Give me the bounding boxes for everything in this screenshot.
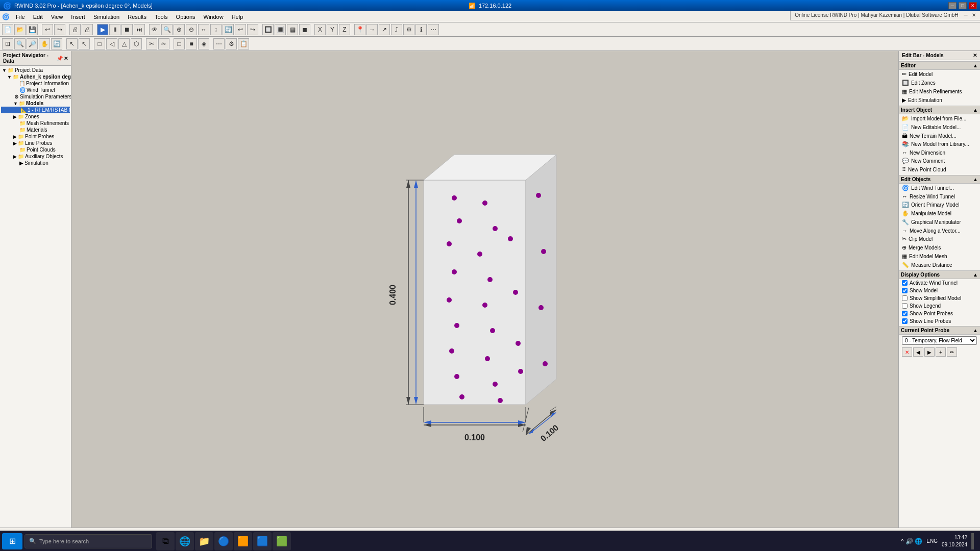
- tb-render3[interactable]: ▦: [287, 24, 298, 35]
- tb2-zoom-fit[interactable]: ⊡: [2, 38, 13, 49]
- tb2-render-solid[interactable]: ■: [186, 38, 197, 49]
- btn-new-comment[interactable]: 💬 New Comment: [899, 157, 980, 165]
- nav-pin-icon[interactable]: 📌: [57, 56, 63, 61]
- tb-new[interactable]: 📄: [2, 24, 13, 35]
- section-display-expand-icon[interactable]: ▲: [973, 272, 978, 278]
- tree-wind-tunnel[interactable]: 🌀 Wind Tunnel: [1, 87, 70, 93]
- tb2-clip1[interactable]: ✂: [146, 38, 157, 49]
- section-current-probe-expand-icon[interactable]: ▲: [973, 328, 978, 333]
- tb-redo[interactable]: ↪: [54, 24, 65, 35]
- tree-point-clouds[interactable]: 📁 Point Clouds: [1, 146, 70, 153]
- btn-new-dimension[interactable]: ↔ New Dimension: [899, 148, 980, 157]
- maximize-button[interactable]: □: [959, 2, 967, 9]
- tb-arrow2[interactable]: ↗: [379, 24, 390, 35]
- btn-new-library[interactable]: 📚 New Model from Library...: [899, 140, 980, 148]
- tb2-render-smooth[interactable]: ◈: [198, 38, 209, 49]
- tb2-select[interactable]: ↖: [66, 38, 78, 49]
- btn-edit-mesh[interactable]: ▦ Edit Mesh Refinements: [899, 87, 980, 96]
- tree-models[interactable]: ▼ 📁 Models: [1, 100, 70, 107]
- viewport[interactable]: 0.400 0.100 0.100: [71, 51, 898, 528]
- tb-print[interactable]: 🖨: [69, 24, 81, 35]
- tree-sim-params[interactable]: ⚙ Simulation Parameters: [1, 93, 70, 100]
- cb-show-legend[interactable]: [902, 303, 908, 309]
- tb-sim2[interactable]: ⏸: [109, 24, 120, 35]
- section-edit-objects-expand-icon[interactable]: ▲: [973, 177, 978, 182]
- start-button[interactable]: ⊞: [2, 533, 22, 549]
- tb2-rotate[interactable]: 🔄: [51, 38, 62, 49]
- tb-axis1[interactable]: X: [314, 24, 326, 35]
- tb-sim3[interactable]: ⏹: [121, 24, 133, 35]
- probe-selector[interactable]: 0 - Temporary, Flow Field: [902, 336, 977, 345]
- menu-help[interactable]: Help: [228, 13, 248, 21]
- tb-undo[interactable]: ↩: [42, 24, 53, 35]
- cb-show-line-probes[interactable]: [902, 318, 908, 324]
- btn-edit-zones[interactable]: 🔲 Edit Zones: [899, 79, 980, 87]
- btn-move-vector[interactable]: → Move Along a Vector...: [899, 227, 980, 235]
- taskbar-task-view[interactable]: ⧉: [156, 532, 175, 550]
- btn-new-point-cloud[interactable]: ⠿ New Point Cloud: [899, 165, 980, 174]
- tb2-view-side[interactable]: ◁: [106, 38, 117, 49]
- tree-mesh-ref[interactable]: 📁 Mesh Refinements: [1, 120, 70, 127]
- taskbar-edge[interactable]: 🌐: [176, 532, 194, 550]
- taskbar-chrome[interactable]: 🔵: [214, 532, 233, 550]
- menu-simulation[interactable]: Simulation: [89, 13, 124, 21]
- btn-edit-wind-tunnel[interactable]: 🌀 Edit Wind Tunnel...: [899, 184, 980, 192]
- tb-view3[interactable]: ⊕: [174, 24, 185, 35]
- menu-options[interactable]: Options: [172, 13, 200, 21]
- btn-measure-distance[interactable]: 📏 Measure Distance: [899, 261, 980, 269]
- tb2-view-top[interactable]: △: [118, 38, 130, 49]
- expand-zones[interactable]: ▶: [13, 114, 17, 119]
- tb2-view-front[interactable]: □: [94, 38, 105, 49]
- probe-btn-edit[interactable]: ✏: [947, 347, 957, 357]
- taskbar-app3[interactable]: 🟩: [273, 532, 291, 550]
- tb-render2[interactable]: 🔳: [275, 24, 286, 35]
- btn-new-editable-model[interactable]: 📄 New Editable Model...: [899, 123, 980, 132]
- taskbar-app2[interactable]: 🟦: [253, 532, 272, 550]
- tree-model-1[interactable]: 📐 1 - RFEM/RSTAB Mo: [1, 107, 70, 113]
- minimize-button[interactable]: ─: [948, 2, 957, 9]
- menu-insert[interactable]: Insert: [67, 13, 89, 21]
- tree-simulation[interactable]: ▶ Simulation: [1, 160, 70, 166]
- tree-achen[interactable]: ▼ 📁 Achen_k epsilon degree: [1, 73, 70, 80]
- tb-render4[interactable]: ◼: [299, 24, 310, 35]
- tb2-zoom-in[interactable]: 🔍: [14, 38, 26, 49]
- tb-open[interactable]: 📂: [14, 24, 26, 35]
- tree-line-probes[interactable]: ▶ 📁 Line Probes: [1, 140, 70, 146]
- tb-sim1[interactable]: ▶: [97, 24, 108, 35]
- tree-project-info[interactable]: 📋 Project Information: [1, 80, 70, 87]
- menu-view[interactable]: View: [47, 13, 67, 21]
- tb-view8[interactable]: ↩: [235, 24, 246, 35]
- expand-line-probes[interactable]: ▶: [13, 141, 17, 146]
- tb-view4[interactable]: ⊖: [186, 24, 197, 35]
- btn-manipulate-model[interactable]: ✋ Manipulate Model: [899, 209, 980, 218]
- tb2-extra3[interactable]: 📋: [238, 38, 249, 49]
- close-button[interactable]: ✕: [969, 2, 977, 9]
- tb-axis3[interactable]: Z: [339, 24, 350, 35]
- cb-show-point-probes[interactable]: [902, 311, 908, 316]
- section-insert-expand-icon[interactable]: ▲: [973, 107, 978, 113]
- probe-btn-next[interactable]: ▶: [924, 347, 935, 357]
- btn-graphical-manipulator[interactable]: 🔧 Graphical Manipulator: [899, 218, 980, 227]
- tree-aux-objects[interactable]: ▶ 📁 Auxiliary Objects: [1, 153, 70, 160]
- taskbar-app1[interactable]: 🟧: [234, 532, 252, 550]
- menu-file[interactable]: File: [12, 13, 29, 21]
- tb2-clip2[interactable]: ✁: [158, 38, 169, 49]
- probe-btn-prev[interactable]: ◀: [913, 347, 923, 357]
- tb-arrow1[interactable]: →: [366, 24, 378, 35]
- cb-activate-wind-tunnel[interactable]: [902, 280, 908, 286]
- tb2-render-wire[interactable]: □: [174, 38, 185, 49]
- btn-clip-model[interactable]: ✂ Clip Model: [899, 235, 980, 243]
- menu-edit[interactable]: Edit: [29, 13, 47, 21]
- expand-models[interactable]: ▼: [13, 101, 18, 106]
- tb2-extra2[interactable]: ⚙: [226, 38, 237, 49]
- tb-axis2[interactable]: Y: [327, 24, 338, 35]
- expand-point-probes[interactable]: ▶: [13, 134, 17, 139]
- right-panel-close-icon[interactable]: ✕: [973, 53, 977, 58]
- menu-results[interactable]: Results: [124, 13, 151, 21]
- tb-view2[interactable]: 🔍: [161, 24, 173, 35]
- tb-render1[interactable]: 🔲: [262, 24, 274, 35]
- tb2-deselect[interactable]: ↖: [79, 38, 90, 49]
- tree-point-probes[interactable]: ▶ 📁 Point Probes: [1, 133, 70, 140]
- tb-settings[interactable]: ⚙: [403, 24, 414, 35]
- menu-tools[interactable]: Tools: [151, 13, 172, 21]
